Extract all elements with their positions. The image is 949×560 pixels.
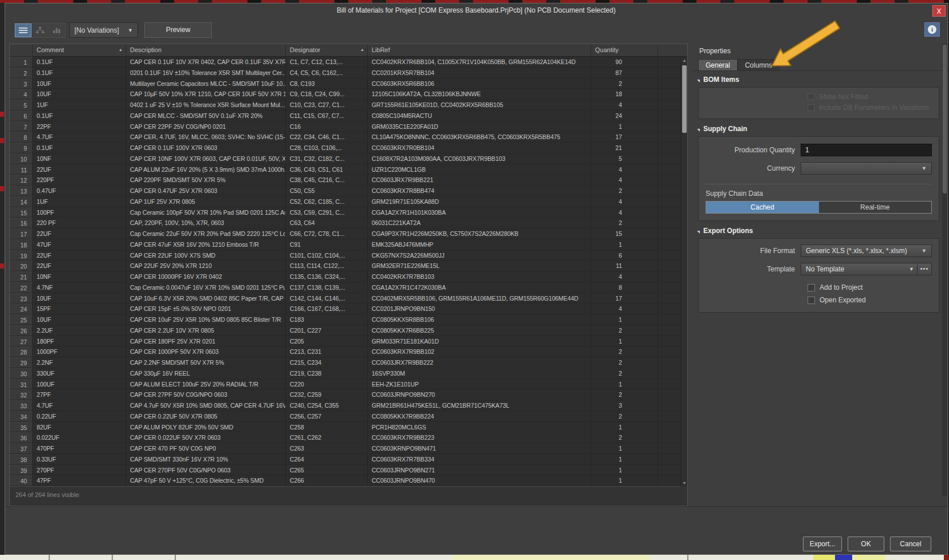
panel-scrollbar-thumb[interactable] (943, 45, 947, 194)
table-row[interactable]: 31 100UF CAP ALUM ELECT 100uF 25V 20% RA… (10, 379, 687, 390)
table-row[interactable]: 33 4.7UF CAP 4.7uF 50V X5R 10% SMD 0805,… (10, 400, 687, 411)
chart-view-button[interactable] (48, 23, 65, 37)
add-to-project-checkbox[interactable] (808, 284, 815, 291)
close-button[interactable]: X (932, 5, 946, 17)
table-row[interactable]: 5 1UF 0402 1 uF 25 V ±10 % Tolerance X5R… (10, 100, 687, 111)
file-format-dropdown[interactable]: Generic XLS (*.xls, *.xlsx, *.xlsm) ▼ (801, 244, 932, 257)
export-button[interactable]: Export... (803, 537, 842, 551)
scroll-down-icon[interactable]: ▼ (681, 480, 688, 487)
bom-table: Comment ▲ Description Designator ▲ LibRe… (9, 44, 688, 506)
row-number: 8 (10, 132, 33, 142)
cached-option[interactable]: Cached (706, 202, 819, 213)
variant-tree-button[interactable] (31, 23, 48, 37)
cell-quantity: 1 (591, 465, 658, 475)
table-row[interactable]: 22 4.7NF Cap Ceramic 0.0047uF 16V X7R 10… (10, 282, 687, 293)
header-quantity[interactable]: Quantity (591, 44, 658, 56)
currency-dropdown[interactable]: ▼ (801, 162, 932, 175)
panel-scrollbar[interactable] (942, 44, 947, 496)
ok-button[interactable]: OK (848, 537, 884, 551)
table-row[interactable]: 14 1UF CAP 1UF 25V X7R 0805 C52, C62, C1… (10, 196, 687, 207)
cell-libref: CC0805KKX5R8BB106 (368, 314, 591, 325)
cell-libref: 06031C221KAT2A (368, 218, 591, 228)
table-row[interactable]: 8 4.7UF CAP CER, 4.7UF, 16V, MLCC, 0603;… (10, 132, 687, 143)
bottom-strip-cell (852, 555, 885, 560)
table-row[interactable]: 11 22UF CAP ALUM 22uF 16V 20% (5 X 3.9mm… (10, 164, 687, 175)
table-row[interactable]: 10 10NF CAP CER 10NF 100V X7R 0603, CAP … (10, 153, 687, 164)
info-button[interactable]: i (924, 22, 940, 37)
realtime-option[interactable]: Real-time (819, 202, 932, 213)
table-row[interactable]: 18 47UF CAP CER 47uF X5R 16V 20% 1210 Em… (10, 239, 687, 250)
table-row[interactable]: 19 22UF CAP CER 22UF 100V X7S SMD C101, … (10, 250, 687, 261)
table-row[interactable]: 39 270PF CAP CER 270PF 50V C0G/NPO 0603 … (10, 465, 687, 476)
row-number: 31 (10, 379, 33, 389)
background-app-bottom-strip (0, 555, 949, 560)
table-row[interactable]: 1 0.1UF CAP CER 0.1UF 10V X7R 0402, CAP … (10, 57, 687, 68)
supply-chain-heading[interactable]: Supply Chain (697, 125, 747, 133)
preview-button[interactable]: Preview (144, 22, 212, 38)
table-scrollbar[interactable]: ▲ ▼ (680, 57, 687, 487)
cell-comment: 10NF (33, 153, 126, 164)
header-description[interactable]: Description (126, 44, 286, 56)
table-row[interactable]: 3 10UF Multilayer Ceramic Capacitors MLC… (10, 78, 687, 89)
cell-comment: 47UF (33, 239, 126, 250)
table-row[interactable]: 23 10UF CAP 10uF 6.3V X5R 20% SMD 0402 8… (10, 293, 687, 304)
template-browse-button[interactable]: ••• (917, 263, 932, 275)
cell-libref: CGA1A2X7R1H101K030BA (368, 207, 591, 218)
table-row[interactable]: 9 0.1UF CAP CER 0.1UF 100V X7R 0603 C28,… (10, 143, 687, 153)
export-options-heading[interactable]: Export Options (697, 227, 753, 235)
table-row[interactable]: 36 0.022UF CAP CER 0.022UF 50V X7R 0603 … (10, 432, 687, 443)
table-row[interactable]: 28 1000PF CAP CER 1000PF 50V X7R 0603 C2… (10, 346, 687, 357)
cell-quantity: 24 (591, 111, 658, 121)
table-row[interactable]: 26 2.2UF CAP CER 2.2UF 10V X7R 0805 C201… (10, 325, 687, 336)
table-row[interactable]: 30 330UF CAP 330µF 16V REEL C219, C238 1… (10, 368, 687, 379)
header-designator[interactable]: Designator ▲ (286, 44, 368, 56)
table-row[interactable]: 7 22PF CAP CER 22PF 25V C0G/NP0 0201 C16… (10, 121, 687, 132)
cell-libref: CC0603KRX7R9BB223 (368, 432, 591, 443)
table-row[interactable]: 37 470PF CAP CER 470 PF 50V C0G NP0 C263… (10, 443, 687, 454)
cell-designator: C205 (286, 336, 368, 346)
cell-comment: 4.7UF (33, 132, 126, 142)
open-exported-checkbox[interactable] (808, 297, 815, 304)
open-exported-row[interactable]: Open Exported (808, 296, 866, 304)
table-row[interactable]: 25 10UF CAP CER 10uF 25V X5R 10% SMD 080… (10, 314, 687, 325)
table-row[interactable]: 12 220PF CAP 220PF SMD/SMT 50V X7R 5% C3… (10, 175, 687, 186)
template-dropdown[interactable]: No Template ▼ (801, 263, 919, 275)
table-row[interactable]: 2 0.1UF 0201 0.1UF 16V ±10% Tolerance X5… (10, 68, 687, 78)
table-row[interactable]: 4 10UF CAP 10µF 50V 10% X7R 1210, CAP CE… (10, 89, 687, 100)
cell-comment: 10NF (33, 271, 126, 282)
table-row[interactable]: 24 15PF CAP CER 15pF ±5.0% 50V NPO 0201 … (10, 303, 687, 314)
table-row[interactable]: 40 47PF CAP 47pF 50 V +125°C, C0G Dielec… (10, 475, 687, 486)
table-row[interactable]: 34 0.22UF CAP CER 0.22UF 50V X7R 0805 C2… (10, 411, 687, 422)
add-to-project-row[interactable]: Add to Project (808, 283, 863, 291)
table-row[interactable]: 17 22UF Cap Ceramic 22uF 50V X7R 20% Pad… (10, 228, 687, 239)
list-view-button[interactable] (15, 23, 31, 37)
cell-designator: C220 (286, 379, 368, 389)
cell-libref: GRT155R61E105KE01D, CC0402KRX5R6BB105 (368, 100, 591, 110)
cell-quantity: 2 (591, 346, 658, 357)
table-row[interactable]: 15 100PF Cap Ceramic 100pF 50V X7R 10% P… (10, 207, 687, 218)
tab-general[interactable]: General (698, 59, 738, 70)
bom-items-heading[interactable]: BOM Items (697, 76, 739, 84)
bottom-strip-cell (813, 555, 835, 560)
header-description-label: Description (130, 46, 162, 53)
bottom-strip-line (112, 555, 113, 560)
table-row[interactable]: 20 22UF CAP 22UF 25V 20% X7R 1210 C113, … (10, 261, 687, 271)
dialog-titlebar[interactable]: Bill of Materials for Project [COM Expre… (5, 3, 947, 18)
table-row[interactable]: 13 0.47UF CAP CER 0.47UF 25V X7R 0603 C5… (10, 186, 687, 196)
header-libref[interactable]: LibRef (368, 44, 591, 56)
table-row[interactable]: 38 0.33UF CAP SMD/SMT 330nF 16V X7R 10% … (10, 454, 687, 465)
table-row[interactable]: 29 2.2NF CAP 2.2NF SMD/SMT 50V X7R 5% C2… (10, 357, 687, 368)
variations-dropdown[interactable]: [No Variations] ▼ (69, 22, 138, 38)
table-row[interactable]: 27 180PF CAP CER 180PF 25V X7R 0201 C205… (10, 336, 687, 347)
scrollbar-thumb[interactable] (682, 65, 687, 133)
header-comment[interactable]: Comment ▲ (33, 44, 126, 56)
table-row[interactable]: 21 10NF CAP CER 10000PF 16V X7R 0402 C13… (10, 271, 687, 282)
production-quantity-input[interactable] (801, 144, 932, 156)
cancel-button[interactable]: Cancel (890, 537, 931, 551)
scroll-up-icon[interactable]: ▲ (681, 57, 688, 64)
table-row[interactable]: 32 27PF CAP CER 27PF 50V C0G/NPO 0603 C2… (10, 389, 687, 400)
table-row[interactable]: 6 0.1UF CAP CER MLCC - SMD/SMT 50V 0.1uF… (10, 111, 687, 121)
table-row[interactable]: 16 220 PF CAP, 220PF, 100V, 10%, X7R, 06… (10, 218, 687, 228)
table-row[interactable]: 35 82UF CAP ALUM POLY 82UF 20% 50V SMD C… (10, 422, 687, 433)
bottom-strip-selected-cell (835, 555, 852, 560)
